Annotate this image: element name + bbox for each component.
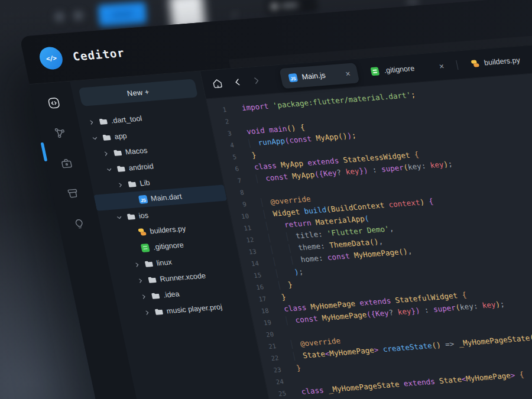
app-logo-icon: </>	[37, 46, 64, 70]
line-number: 4	[215, 139, 235, 152]
code-line-text	[242, 185, 260, 198]
backdrop-dash	[407, 0, 419, 4]
tree-item-label: .dart_tool	[110, 114, 142, 125]
backdrop-circle-icon	[73, 11, 83, 21]
folder-icon	[115, 164, 126, 173]
code-line-text: ▏ }	[262, 278, 294, 293]
chevron-right-icon[interactable]	[136, 277, 145, 284]
tab-builders-py[interactable]: builders.py×	[462, 46, 532, 74]
stage: ✓ </> Ceditor New + .dart_toolappMacosan…	[0, 0, 532, 399]
line-number: 25	[267, 387, 287, 399]
line-number: 14	[240, 257, 260, 270]
line-number: 23	[262, 364, 282, 377]
line-number: 11	[232, 222, 252, 235]
tree-item-label: Runner.xcode	[159, 271, 206, 283]
line-number: 6	[220, 163, 240, 176]
tree-item-label: app	[113, 131, 128, 141]
chevron-right-icon[interactable]	[116, 181, 125, 189]
tree-item-label: music player.proj	[166, 303, 223, 315]
code-line-text	[228, 114, 245, 127]
line-number: 13	[237, 245, 257, 258]
gitignore-file-icon	[140, 243, 151, 252]
code-line-text	[273, 327, 290, 340]
line-number: 18	[249, 304, 270, 317]
rail-item-briefcase-icon[interactable]	[43, 147, 90, 180]
folder-icon	[153, 307, 164, 316]
tab--gitignore[interactable]: .gitignore×	[361, 56, 453, 83]
folder-icon	[143, 259, 154, 268]
tree-item-label: Lib	[139, 179, 151, 187]
app-body: New + .dart_toolappMacosandroidLibJSMain…	[30, 35, 532, 399]
tree-item-label: .gitignore	[153, 241, 184, 251]
line-number: 3	[212, 127, 232, 140]
code-line-text: }	[235, 150, 258, 163]
line-number: 2	[210, 115, 230, 128]
line-number: 16	[245, 281, 265, 294]
backdrop-circle-icon	[54, 12, 64, 22]
chevron-right-icon[interactable]	[102, 150, 111, 157]
python-file-icon	[470, 59, 481, 69]
tree-item-label: ios	[138, 211, 149, 220]
line-number: 22	[259, 352, 280, 365]
line-number: 8	[225, 186, 245, 199]
folder-icon	[125, 212, 136, 221]
tab-main-js[interactable]: JSMain.js×	[279, 63, 359, 89]
code-line-text	[283, 374, 300, 387]
tab-label: .gitignore	[383, 64, 415, 75]
rail-item-archive-box-icon[interactable]	[50, 177, 96, 210]
code-line-text: }	[265, 291, 287, 305]
chevron-right-icon[interactable]	[133, 261, 142, 268]
python-file-icon	[137, 227, 147, 236]
line-number: 15	[242, 269, 262, 282]
close-icon[interactable]: ×	[345, 69, 351, 78]
chevron-down-icon[interactable]	[115, 213, 124, 221]
line-number: 21	[257, 340, 277, 353]
tree-item-label: Main.dart	[150, 192, 183, 203]
rail-item-lightbulb-icon[interactable]	[56, 207, 103, 240]
code-line-text: }	[280, 362, 302, 376]
folder-icon	[150, 291, 161, 300]
folder-icon	[126, 179, 137, 189]
backdrop-blue-button	[98, 2, 147, 26]
folder-icon	[98, 116, 108, 126]
line-number: 12	[235, 233, 255, 246]
tab-separator	[456, 60, 459, 70]
tree-item-label: Macos	[125, 146, 148, 156]
new-file-button[interactable]: New +	[79, 79, 199, 106]
tree-item-label: android	[128, 162, 154, 172]
gitignore-file-icon	[369, 67, 380, 76]
app-title: Ceditor	[72, 46, 126, 63]
tree-item-label: .idea	[163, 290, 180, 299]
js-file-icon: JS	[138, 194, 148, 204]
forward-icon[interactable]	[251, 76, 262, 86]
close-icon[interactable]: ×	[439, 62, 445, 71]
js-file-icon: JS	[287, 73, 298, 83]
line-number: 9	[228, 198, 248, 211]
line-number: 24	[265, 375, 285, 388]
line-number: 10	[230, 210, 250, 223]
chevron-right-icon[interactable]	[143, 309, 152, 316]
line-number: 7	[222, 174, 242, 187]
tree-item-label: linux	[155, 258, 173, 267]
tree-item-label: builders.py	[149, 224, 186, 235]
tab-label: Main.js	[301, 71, 326, 81]
folder-icon	[147, 275, 157, 284]
chevron-right-icon[interactable]	[140, 293, 148, 300]
line-number: 5	[218, 151, 238, 164]
chevron-right-icon[interactable]	[87, 118, 96, 126]
tab-label: builders.py	[484, 56, 521, 67]
chevron-down-icon[interactable]	[90, 134, 99, 142]
folder-icon	[112, 148, 123, 157]
chevron-down-icon[interactable]	[105, 166, 114, 173]
ceditor-window: </> Ceditor New + .dart_toolappMacosandr…	[20, 0, 532, 399]
back-icon[interactable]	[232, 77, 243, 87]
line-number: 20	[255, 328, 275, 341]
line-number: 1	[207, 103, 228, 116]
line-number: 17	[247, 293, 267, 306]
rail-item-code-icon[interactable]	[31, 86, 77, 119]
line-number: 19	[252, 316, 273, 329]
home-icon[interactable]	[210, 77, 225, 90]
folder-icon	[101, 132, 112, 142]
